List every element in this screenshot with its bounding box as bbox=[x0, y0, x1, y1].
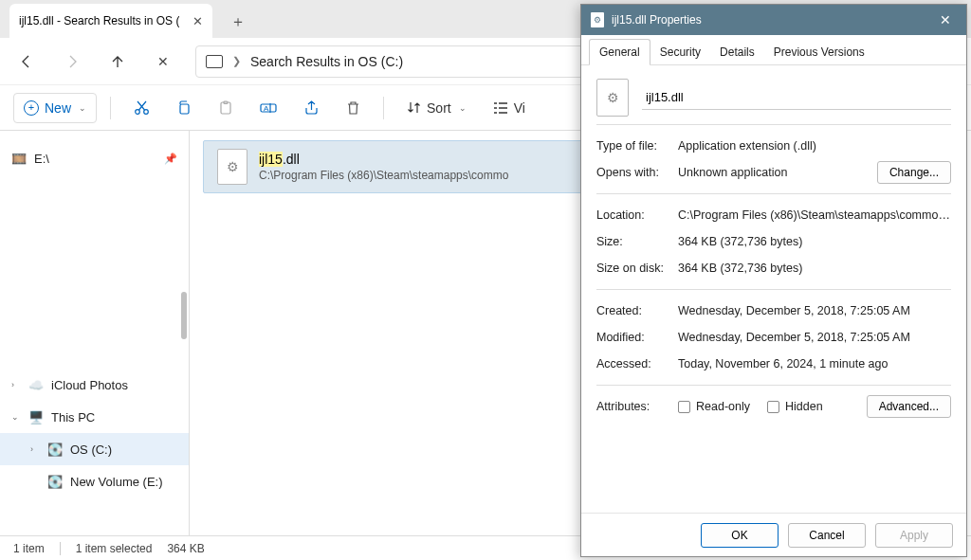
sidebar-label: New Volume (E:) bbox=[70, 475, 163, 489]
sidebar-item-e-drive[interactable]: 🎞️ E:\ 📌 bbox=[0, 142, 189, 174]
sidebar-label: OS (C:) bbox=[70, 443, 112, 457]
share-button[interactable] bbox=[294, 93, 329, 123]
plus-circle-icon: + bbox=[24, 100, 39, 116]
modified-label: Modified: bbox=[596, 331, 678, 344]
disk-label: Size on disk: bbox=[596, 262, 678, 275]
drive-icon: 💽 bbox=[47, 442, 63, 457]
sidebar-label: E:\ bbox=[34, 152, 49, 166]
sidebar-item-new-volume[interactable]: › 💽 New Volume (E:) bbox=[0, 465, 189, 497]
up-button[interactable] bbox=[104, 48, 131, 75]
paste-button[interactable] bbox=[209, 93, 243, 123]
gear-icon: ⚙ bbox=[227, 159, 239, 174]
sort-button[interactable]: Sort ⌄ bbox=[397, 93, 476, 123]
type-label: Type of file: bbox=[596, 139, 678, 153]
view-button[interactable]: Vi bbox=[484, 93, 535, 123]
chevron-down-icon[interactable]: ⌄ bbox=[11, 412, 21, 422]
dll-file-icon: ⚙ bbox=[596, 79, 629, 117]
size-value: 364 KB (372,736 bytes) bbox=[678, 235, 951, 248]
address-text: Search Results in OS (C:) bbox=[250, 54, 403, 69]
advanced-button[interactable]: Advanced... bbox=[867, 395, 951, 418]
dll-file-icon: ⚙ bbox=[217, 149, 247, 185]
location-value: C:\Program Files (x86)\Steam\steamapps\c… bbox=[678, 208, 951, 222]
chevron-right-icon[interactable]: › bbox=[30, 444, 40, 454]
change-button[interactable]: Change... bbox=[877, 161, 951, 184]
sidebar-item-os-c[interactable]: › 💽 OS (C:) bbox=[0, 433, 189, 465]
monitor-icon bbox=[206, 55, 223, 68]
new-button[interactable]: + New ⌄ bbox=[13, 93, 97, 123]
tab-details[interactable]: Details bbox=[710, 40, 764, 64]
item-count: 1 item bbox=[13, 542, 45, 555]
sidebar-label: This PC bbox=[51, 410, 95, 425]
dialog-titlebar[interactable]: ⚙ ijl15.dll Properties ✕ bbox=[581, 5, 966, 35]
close-button[interactable]: ✕ bbox=[934, 12, 957, 27]
chevron-down-icon: ⌄ bbox=[459, 103, 467, 113]
created-value: Wednesday, December 5, 2018, 7:25:05 AM bbox=[678, 304, 951, 317]
svg-rect-2 bbox=[180, 104, 189, 114]
created-label: Created: bbox=[596, 304, 678, 317]
back-button[interactable] bbox=[13, 48, 40, 75]
separator bbox=[60, 542, 61, 555]
navigation-pane: 🎞️ E:\ 📌 › ☁️ iCloud Photos ⌄ 🖥️ This PC… bbox=[0, 131, 190, 535]
svg-text:A: A bbox=[264, 104, 269, 113]
opens-label: Opens with: bbox=[596, 166, 678, 179]
this-pc-icon: 🖥️ bbox=[28, 409, 44, 425]
ok-button[interactable]: OK bbox=[701, 523, 779, 548]
copy-button[interactable] bbox=[167, 93, 201, 123]
tab-general[interactable]: General bbox=[589, 39, 650, 65]
svg-point-1 bbox=[144, 110, 149, 115]
new-tab-button[interactable]: ＋ bbox=[222, 6, 254, 38]
accessed-value: Today, November 6, 2024, 1 minute ago bbox=[678, 357, 951, 370]
attributes-label: Attributes: bbox=[596, 400, 678, 413]
new-label: New bbox=[45, 100, 71, 116]
modified-value: Wednesday, December 5, 2018, 7:25:05 AM bbox=[678, 331, 951, 344]
size-label: Size: bbox=[596, 235, 678, 248]
scrollbar-thumb[interactable] bbox=[181, 292, 187, 339]
rename-button[interactable]: A bbox=[250, 93, 286, 123]
gear-icon: ⚙ bbox=[607, 90, 619, 105]
chevron-right-icon[interactable]: › bbox=[11, 380, 21, 389]
pin-icon: 📌 bbox=[164, 153, 177, 165]
filename-input[interactable] bbox=[642, 85, 951, 110]
chevron-right-icon: ❯ bbox=[232, 55, 241, 67]
accessed-label: Accessed: bbox=[596, 357, 678, 370]
dialog-title: ijl15.dll Properties bbox=[612, 13, 702, 27]
location-label: Location: bbox=[596, 208, 678, 222]
sidebar-label: iCloud Photos bbox=[51, 378, 128, 392]
properties-dialog: ⚙ ijl15.dll Properties ✕ General Securit… bbox=[580, 4, 967, 557]
sidebar-item-icloud[interactable]: › ☁️ iCloud Photos bbox=[0, 369, 189, 401]
drive-icon: 💽 bbox=[47, 474, 63, 489]
window-tab[interactable]: ijl15.dll - Search Results in OS ( ✕ bbox=[9, 4, 212, 38]
selection-count: 1 item selected bbox=[76, 542, 153, 555]
dialog-body: ⚙ Type of file:Application extension (.d… bbox=[581, 65, 966, 513]
tab-previous-versions[interactable]: Previous Versions bbox=[764, 40, 874, 64]
delete-button[interactable] bbox=[337, 93, 370, 123]
apply-button[interactable]: Apply bbox=[875, 523, 953, 548]
view-label: Vi bbox=[514, 100, 525, 116]
separator bbox=[383, 97, 384, 119]
file-path: C:\Program Files (x86)\Steam\steamapps\c… bbox=[259, 169, 508, 182]
sort-label: Sort bbox=[427, 100, 451, 116]
file-info: ijl15.dll C:\Program Files (x86)\Steam\s… bbox=[259, 152, 508, 182]
cut-button[interactable] bbox=[124, 93, 159, 123]
separator bbox=[110, 97, 111, 119]
file-icon: ⚙ bbox=[591, 12, 604, 27]
icloud-icon: ☁️ bbox=[28, 377, 44, 392]
dialog-footer: OK Cancel Apply bbox=[581, 513, 966, 556]
hidden-checkbox[interactable]: Hidden bbox=[767, 400, 823, 413]
cancel-nav-button[interactable]: ✕ bbox=[150, 48, 176, 75]
type-value: Application extension (.dll) bbox=[678, 139, 951, 153]
selection-size: 364 KB bbox=[167, 542, 204, 555]
tab-title: ijl15.dll - Search Results in OS ( bbox=[19, 14, 179, 27]
opens-value: Unknown application bbox=[678, 166, 877, 179]
close-tab-icon[interactable]: ✕ bbox=[192, 14, 203, 28]
sidebar-item-this-pc[interactable]: ⌄ 🖥️ This PC bbox=[0, 401, 189, 433]
readonly-checkbox[interactable]: Read-only bbox=[678, 400, 750, 413]
address-bar[interactable]: ❯ Search Results in OS (C:) bbox=[195, 45, 641, 78]
tab-security[interactable]: Security bbox=[650, 40, 710, 64]
svg-point-0 bbox=[136, 110, 140, 115]
cancel-button[interactable]: Cancel bbox=[788, 523, 866, 548]
file-name: ijl15.dll bbox=[259, 152, 508, 167]
video-folder-icon: 🎞️ bbox=[11, 151, 27, 166]
forward-button[interactable] bbox=[59, 48, 85, 75]
chevron-down-icon: ⌄ bbox=[79, 103, 86, 113]
